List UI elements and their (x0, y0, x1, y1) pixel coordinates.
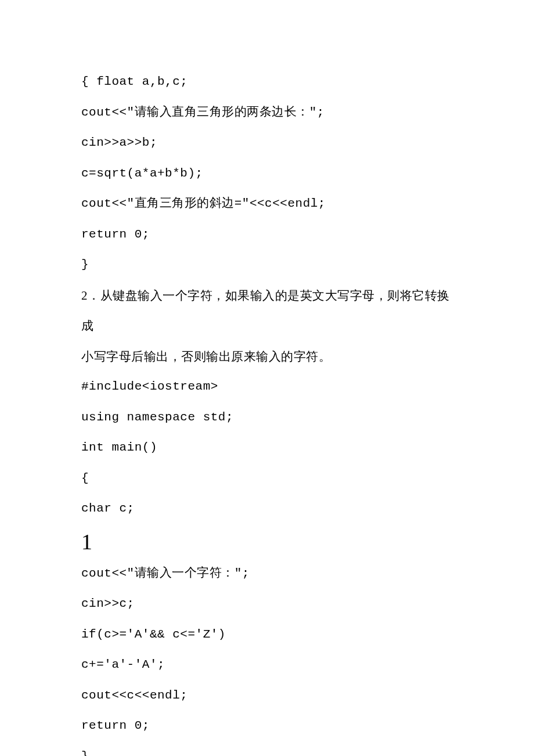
code-line: using namespace std; (81, 402, 453, 433)
code-line: { float a,b,c; (81, 67, 453, 98)
code-line: c+='a'-'A'; (81, 650, 453, 681)
code-line: cin>>a>>b; (81, 128, 453, 159)
code-line: int main() (81, 433, 453, 463)
code-line: } (81, 741, 453, 756)
code-line: } (81, 250, 453, 280)
page-number: 1 (81, 527, 453, 557)
problem-text: 2．从键盘输入一个字符，如果输入的是英文大写字母，则将它转换成 (81, 280, 453, 341)
code-line: cout<<"请输入一个字符："; (81, 559, 453, 589)
code-line: cout<<c<<endl; (81, 681, 453, 711)
code-line: cout<<"直角三角形的斜边="<<c<<endl; (81, 189, 453, 219)
code-line: { (81, 463, 453, 494)
code-line: c=sqrt(a*a+b*b); (81, 159, 453, 189)
code-line: #include<iostream> (81, 372, 453, 402)
code-line: return 0; (81, 711, 453, 741)
code-line: return 0; (81, 219, 453, 250)
code-line: cout<<"请输入直角三角形的两条边长："; (81, 98, 453, 128)
code-line: if(c>='A'&& c<='Z') (81, 620, 453, 650)
code-line: cin>>c; (81, 589, 453, 620)
problem-text: 小写字母后输出，否则输出原来输入的字符。 (81, 341, 453, 372)
document-page: { float a,b,c; cout<<"请输入直角三角形的两条边长："; c… (0, 0, 534, 756)
code-line: char c; (81, 494, 453, 524)
